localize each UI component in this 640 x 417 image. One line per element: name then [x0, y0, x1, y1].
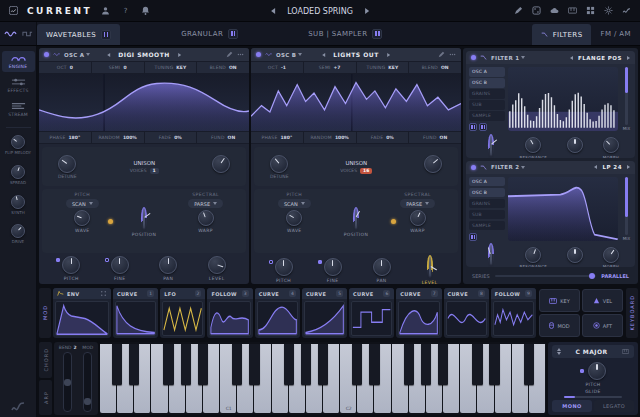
scale-selector[interactable]: C MAJOR: [552, 345, 634, 358]
black-key[interactable]: [489, 344, 499, 385]
edit-icon[interactable]: [512, 4, 525, 17]
osc-a-voices-value[interactable]: 1: [150, 168, 159, 174]
series-label[interactable]: SERIES: [472, 273, 490, 279]
osc-a-mod-dot[interactable]: [108, 219, 113, 224]
filter-2-route-sub[interactable]: SUB: [469, 210, 505, 220]
osc-a-phase-control[interactable]: PHASE180°: [39, 132, 92, 143]
filter-2-power-toggle[interactable]: [471, 165, 476, 170]
black-key[interactable]: [301, 344, 311, 385]
piano-view-icon[interactable]: [566, 4, 579, 17]
global-pitch-knob[interactable]: [588, 362, 606, 380]
filter-2-next-type-button[interactable]: [627, 165, 630, 169]
filter-1-mix-slider[interactable]: [625, 67, 628, 125]
osc-a-pitch-knob[interactable]: [62, 256, 80, 274]
tab-wavetables[interactable]: WAVETABLES: [37, 24, 120, 45]
settings-gear-icon[interactable]: [602, 4, 615, 17]
mod-slot-curve-4[interactable]: CURVE4: [255, 288, 300, 338]
filter-1-route-sub[interactable]: SUB: [469, 100, 505, 110]
osc-a-parse-mode-dropdown[interactable]: PARSE: [188, 199, 223, 208]
osc-a-random-control[interactable]: RANDOM100%: [92, 132, 145, 143]
osc-b-edit-icon[interactable]: [438, 51, 445, 58]
randomize-dice-icon[interactable]: [530, 4, 543, 17]
sub-sampler-mute-icon[interactable]: [372, 29, 382, 39]
osc-b-pan-knob[interactable]: [373, 258, 391, 276]
filter-2-cutoff-knob[interactable]: [490, 244, 492, 265]
osc-b-random-control[interactable]: RANDOM100%: [304, 132, 357, 143]
grid-view-icon[interactable]: [584, 4, 597, 17]
osc-b-pitch-knob[interactable]: [275, 258, 293, 276]
filter-2-route-osc-b[interactable]: OSC B: [469, 188, 505, 198]
filter-2-type[interactable]: LP 24: [602, 164, 622, 170]
osc-b-tuning-control[interactable]: TUNINGKEY: [357, 62, 410, 73]
osc-b-wave-knob[interactable]: [286, 210, 302, 226]
black-key[interactable]: [112, 344, 122, 385]
osc-a-level-knob[interactable]: [208, 256, 226, 274]
sidebar-item-engine[interactable]: ENGINE: [2, 51, 35, 72]
osc-b-prev-wavetable-button[interactable]: [322, 53, 325, 57]
filter-2-prev-type-button[interactable]: [594, 165, 597, 169]
osc-b-position-knob[interactable]: [355, 208, 357, 229]
mod-wheel-track[interactable]: [83, 352, 92, 412]
filter-2-name[interactable]: FILTER 2: [491, 164, 525, 170]
filter-2-mix-slider[interactable]: [625, 177, 628, 235]
osc-a-next-wavetable-button[interactable]: [178, 53, 181, 57]
filter-2-mod-slot-1[interactable]: [469, 233, 477, 241]
notifications-bell-icon[interactable]: [139, 4, 152, 17]
synth-knob[interactable]: [11, 195, 25, 209]
osc-a-warp-knob[interactable]: [198, 210, 214, 226]
source-mod-button[interactable]: MOD: [539, 314, 580, 337]
filter-1-cutoff-knob[interactable]: [490, 135, 492, 156]
osc-a-menu-icon[interactable]: [237, 51, 244, 58]
bend-wheel-track[interactable]: [63, 352, 72, 412]
filter-1-route-grains[interactable]: GRAINS: [469, 89, 505, 99]
filter-1-mod-slot-2[interactable]: [479, 123, 487, 131]
drive-knob[interactable]: [11, 224, 25, 238]
osc-a-fine-knob[interactable]: [111, 256, 129, 274]
black-key[interactable]: [249, 344, 259, 385]
mod-rail-tab[interactable]: MOD: [39, 288, 51, 338]
black-key[interactable]: [129, 344, 139, 385]
legato-button[interactable]: LEGATO: [594, 400, 634, 412]
help-icon[interactable]: ?: [119, 4, 132, 17]
source-vel-button[interactable]: VEL: [582, 289, 623, 312]
black-key[interactable]: [181, 344, 191, 385]
series-parallel-slider[interactable]: [495, 275, 597, 277]
piano-keyboard[interactable]: C1C2: [100, 342, 546, 415]
osc-b-waveform-display[interactable]: [251, 74, 461, 131]
filter-2-morph-knob[interactable]: [603, 247, 619, 263]
black-key[interactable]: [438, 344, 448, 385]
black-key[interactable]: [163, 344, 173, 385]
filter-2-aux-knob[interactable]: [567, 247, 583, 263]
osc-a-voices-control[interactable]: VOICES 1: [130, 168, 159, 174]
filter-1-route-osc-b[interactable]: OSC B: [469, 78, 505, 88]
mod-slot-curve-1[interactable]: CURVE1: [113, 288, 158, 338]
osc-a-power-toggle[interactable]: [44, 52, 49, 57]
wavetables-mute-icon[interactable]: [101, 30, 111, 40]
osc-b-menu-icon[interactable]: [449, 51, 456, 58]
filter-1-resonance-knob[interactable]: [525, 137, 541, 153]
osc-b-mod-dot[interactable]: [391, 219, 396, 224]
tab-fm-am[interactable]: FM / AM: [591, 22, 640, 45]
tab-granular[interactable]: GRANULAR: [172, 22, 247, 45]
osc-b-blend-control[interactable]: BLENDON: [409, 62, 461, 73]
filter-2-route-osc-a[interactable]: OSC A: [469, 177, 505, 187]
granular-mute-icon[interactable]: [228, 29, 238, 39]
filter-1-next-type-button[interactable]: [627, 56, 630, 60]
osc-b-warp-knob[interactable]: [410, 210, 426, 226]
osc-a-unison-spread-knob[interactable]: [212, 155, 230, 173]
black-key[interactable]: [404, 344, 414, 385]
tab-sub-sampler[interactable]: SUB | SAMPLER: [299, 22, 391, 45]
osc-b-semi-control[interactable]: SEMI+7: [304, 62, 357, 73]
osc-a-pan-knob[interactable]: [159, 256, 177, 274]
black-key[interactable]: [318, 344, 328, 385]
black-key[interactable]: [284, 344, 294, 385]
osc-a-oct-control[interactable]: OCT0: [39, 62, 92, 73]
spread-knob[interactable]: [11, 165, 25, 179]
black-key[interactable]: [472, 344, 482, 385]
sine-wave-icon[interactable]: [4, 30, 17, 38]
filter-1-prev-type-button[interactable]: [570, 56, 573, 60]
filter-1-morph-knob[interactable]: [603, 137, 619, 153]
osc-b-voices-control[interactable]: VOICES 16: [340, 168, 372, 174]
filter-1-spectrum-display[interactable]: [508, 67, 618, 131]
osc-b-detune-knob[interactable]: [270, 155, 288, 173]
